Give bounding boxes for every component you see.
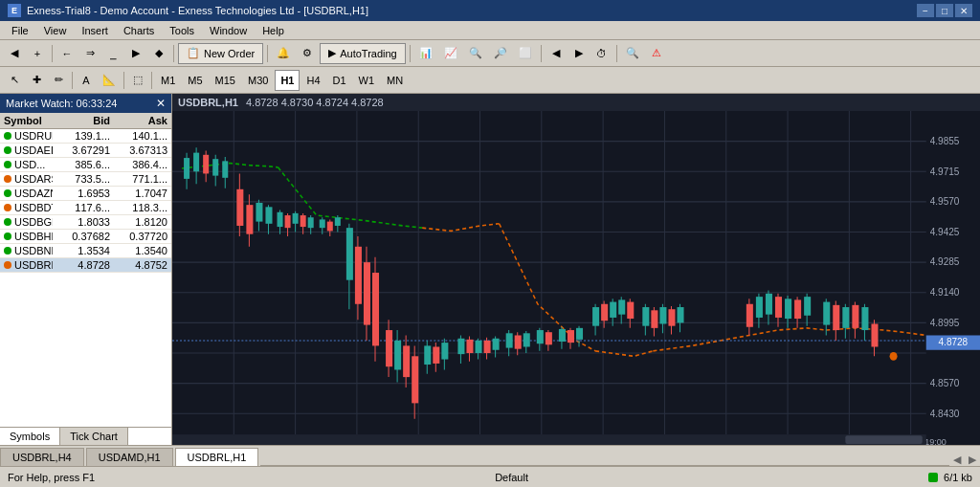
tf-m30[interactable]: M30	[242, 70, 274, 91]
market-watch-row[interactable]: USDBRL 4.8728 4.8752	[0, 258, 171, 273]
menu-file[interactable]: File	[4, 23, 36, 38]
tb-draw-1[interactable]: ↖	[4, 70, 25, 91]
menu-insert[interactable]: Insert	[74, 23, 116, 38]
chart-ohlc: 4.8728 4.8730 4.8724 4.8728	[246, 97, 384, 108]
market-watch-row[interactable]: USD... 385.6... 386.4...	[0, 158, 171, 172]
tf-d1[interactable]: D1	[327, 70, 352, 91]
status-right: 6/1 kb	[928, 472, 972, 483]
tb-draw-4[interactable]: A	[76, 70, 97, 91]
market-watch-row[interactable]: USDARS 733.5... 771.1...	[0, 172, 171, 187]
menu-help[interactable]: Help	[255, 23, 292, 38]
tb-btn-5[interactable]: ⎯	[102, 43, 123, 64]
tb-btn-4[interactable]: ⇒	[79, 43, 100, 64]
tb-btn-2[interactable]: +	[27, 43, 48, 64]
close-button[interactable]: ✕	[955, 4, 972, 17]
symbol-indicator	[4, 261, 11, 269]
svg-text:4.8995: 4.8995	[930, 317, 960, 327]
memory-usage: 6/1 kb	[944, 472, 972, 483]
tf-mn[interactable]: MN	[381, 70, 409, 91]
svg-rect-55	[327, 222, 333, 232]
svg-rect-145	[842, 307, 849, 328]
tab-symbols[interactable]: Symbols	[0, 428, 60, 445]
svg-rect-101	[559, 329, 566, 342]
symbol-indicator	[4, 218, 11, 226]
svg-rect-57	[335, 217, 341, 226]
tb-btn-1[interactable]: ◀	[4, 43, 25, 64]
maximize-button[interactable]: □	[936, 4, 953, 17]
tf-m5[interactable]: M5	[182, 70, 208, 91]
row-symbol: USDBND	[4, 245, 53, 256]
auto-trading-label: AutoTrading	[340, 48, 397, 59]
tb-chart-8[interactable]: ⏱	[591, 43, 612, 64]
chart-tab-usdbrl-h1[interactable]: USDBRL,H1	[175, 448, 259, 466]
menu-window[interactable]: Window	[202, 23, 255, 38]
tb-btn-9[interactable]: ⚙	[297, 43, 318, 64]
connection-indicator	[928, 473, 938, 482]
tb-chart-3[interactable]: 🔍	[464, 43, 487, 64]
market-watch-row[interactable]: USDBDT 117.6... 118.3...	[0, 201, 171, 215]
tb-btn-3[interactable]: ←	[56, 43, 78, 64]
svg-rect-119	[651, 310, 657, 328]
auto-trading-icon: ▶	[328, 47, 336, 59]
tb-btn-8[interactable]: 🔔	[272, 43, 295, 64]
tf-w1[interactable]: W1	[353, 70, 381, 91]
tb-btn-6[interactable]: ▶	[125, 43, 146, 64]
new-order-button[interactable]: 📋 New Order	[178, 43, 263, 64]
svg-point-152	[890, 352, 898, 361]
market-watch-close[interactable]: ✕	[156, 97, 166, 110]
svg-text:4.9715: 4.9715	[930, 166, 960, 176]
tb-btn-alert[interactable]: ⚠	[646, 43, 667, 64]
svg-text:4.9855: 4.9855	[930, 136, 960, 146]
tb-draw-3[interactable]: ✏	[48, 70, 69, 91]
tf-m15[interactable]: M15	[210, 70, 241, 91]
market-watch-row[interactable]: USDRUB 139.1... 140.1...	[0, 129, 171, 144]
row-symbol: USDAED	[4, 144, 53, 156]
market-watch-row[interactable]: USDAED 3.67291 3.67313	[0, 144, 171, 158]
svg-rect-29	[203, 155, 209, 174]
tb-chart-1[interactable]: 📊	[414, 43, 437, 64]
market-watch-panel: Market Watch: 06:33:24 ✕ Symbol Bid Ask …	[0, 94, 172, 445]
chart-tab-usdamd-h1[interactable]: USDAMD,H1	[86, 448, 173, 466]
menu-view[interactable]: View	[36, 23, 75, 38]
chart-tab-usdbrl-h4[interactable]: USDBRL,H4	[0, 448, 84, 466]
svg-rect-131	[766, 294, 772, 315]
tb-chart-4[interactable]: 🔎	[489, 43, 512, 64]
tab-tick-chart[interactable]: Tick Chart	[60, 428, 128, 445]
chart-tab-bar: USDBRL,H4 USDAMD,H1 USDBRL,H1 ◀ ▶	[0, 445, 980, 466]
svg-text:4.9285: 4.9285	[930, 256, 960, 267]
tb-chart-5[interactable]: ⬜	[514, 43, 537, 64]
tb-btn-search[interactable]: 🔍	[621, 43, 644, 64]
tb-draw-6[interactable]: ⬚	[127, 70, 148, 91]
toolbar-sep-4	[410, 45, 411, 62]
auto-trading-button[interactable]: ▶ AutoTrading	[320, 43, 406, 64]
tb-chart-7[interactable]: ▶	[568, 43, 590, 64]
row-symbol: USD...	[4, 159, 53, 170]
tf-m1[interactable]: M1	[155, 70, 181, 91]
svg-rect-65	[372, 273, 379, 345]
row-symbol: USDRUB	[4, 130, 53, 142]
tb-chart-2[interactable]: 📈	[439, 43, 462, 64]
toolbar-sep-5	[541, 45, 542, 62]
market-watch-row[interactable]: USDBGN 1.8033 1.8120	[0, 215, 171, 230]
tb-chart-6[interactable]: ◀	[546, 43, 567, 64]
market-watch-row[interactable]: USDBND 1.3534 1.3540	[0, 244, 171, 258]
market-watch-row[interactable]: USDBHD 0.37682 0.37720	[0, 230, 171, 244]
tf-h1[interactable]: H1	[275, 70, 300, 91]
minimize-button[interactable]: −	[917, 4, 934, 17]
symbol-indicator	[4, 175, 11, 183]
market-watch-tabs: Symbols Tick Chart	[0, 427, 171, 445]
chart-body[interactable]: 4.9855 4.9715 4.9570 4.9425 4.9285 4.914…	[172, 111, 980, 445]
tf-h4[interactable]: H4	[301, 70, 325, 91]
market-watch-row[interactable]: USDAZN 1.6953 1.7047	[0, 187, 171, 201]
menu-tools[interactable]: Tools	[162, 23, 202, 38]
tb-btn-7[interactable]: ◆	[148, 43, 169, 64]
tb-draw-5[interactable]: 📐	[98, 70, 121, 91]
svg-rect-179	[845, 435, 922, 444]
menu-charts[interactable]: Charts	[116, 23, 162, 38]
tb-draw-2[interactable]: ✚	[26, 70, 47, 91]
svg-rect-91	[506, 333, 513, 347]
svg-rect-105	[576, 328, 583, 340]
svg-rect-109	[601, 304, 608, 321]
svg-rect-147	[852, 305, 858, 328]
svg-text:4.8570: 4.8570	[930, 378, 960, 388]
